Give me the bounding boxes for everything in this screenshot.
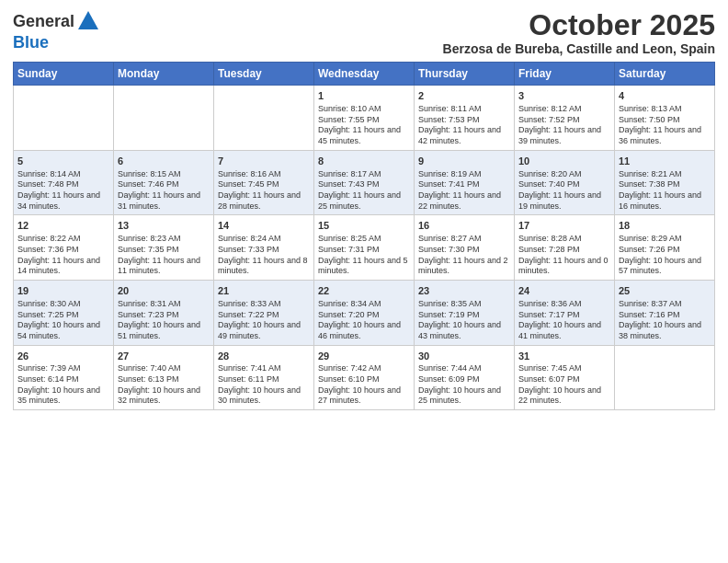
week-row-4: 19Sunrise: 8:30 AMSunset: 7:25 PMDayligh…	[14, 280, 715, 345]
day-info: Sunrise: 8:29 AMSunset: 7:26 PMDaylight:…	[619, 234, 711, 277]
calendar-cell: 17Sunrise: 8:28 AMSunset: 7:28 PMDayligh…	[515, 215, 615, 281]
calendar-cell: 13Sunrise: 8:23 AMSunset: 7:35 PMDayligh…	[114, 215, 214, 281]
day-info: Sunrise: 8:14 AMSunset: 7:48 PMDaylight:…	[17, 169, 109, 213]
day-number: 16	[418, 219, 510, 233]
weekday-header-friday: Friday	[515, 63, 615, 86]
day-number: 5	[17, 155, 109, 168]
day-info: Sunrise: 8:35 AMSunset: 7:19 PMDaylight:…	[418, 299, 510, 342]
day-number: 30	[418, 350, 510, 363]
week-row-3: 12Sunrise: 8:22 AMSunset: 7:36 PMDayligh…	[14, 215, 715, 281]
logo-general: General	[13, 12, 74, 31]
day-info: Sunrise: 8:21 AMSunset: 7:38 PMDaylight:…	[619, 169, 711, 213]
calendar-cell: 23Sunrise: 8:35 AMSunset: 7:19 PMDayligh…	[415, 280, 515, 345]
day-number: 10	[518, 155, 610, 168]
day-number: 6	[118, 155, 210, 168]
calendar-cell	[14, 86, 114, 151]
calendar-cell: 24Sunrise: 8:36 AMSunset: 7:17 PMDayligh…	[515, 280, 615, 345]
calendar-cell: 4Sunrise: 8:13 AMSunset: 7:50 PMDaylight…	[615, 86, 715, 151]
calendar-cell: 12Sunrise: 8:22 AMSunset: 7:36 PMDayligh…	[14, 215, 114, 281]
location-title: Berzosa de Bureba, Castille and Leon, Sp…	[443, 41, 715, 56]
day-info: Sunrise: 7:45 AMSunset: 6:07 PMDaylight:…	[518, 363, 610, 407]
week-row-1: 1Sunrise: 8:10 AMSunset: 7:55 PMDaylight…	[14, 86, 715, 151]
svg-marker-0	[78, 11, 98, 29]
calendar-cell: 14Sunrise: 8:24 AMSunset: 7:33 PMDayligh…	[214, 215, 314, 281]
calendar-cell: 22Sunrise: 8:34 AMSunset: 7:20 PMDayligh…	[314, 280, 415, 345]
day-number: 3	[518, 89, 610, 103]
week-row-5: 26Sunrise: 7:39 AMSunset: 6:14 PMDayligh…	[14, 345, 715, 410]
day-info: Sunrise: 8:27 AMSunset: 7:30 PMDaylight:…	[418, 234, 510, 277]
day-number: 9	[418, 155, 510, 168]
calendar-cell: 15Sunrise: 8:25 AMSunset: 7:31 PMDayligh…	[314, 215, 415, 281]
calendar-cell: 25Sunrise: 8:37 AMSunset: 7:16 PMDayligh…	[615, 280, 715, 345]
day-info: Sunrise: 8:31 AMSunset: 7:23 PMDaylight:…	[118, 299, 210, 342]
calendar-cell: 3Sunrise: 8:12 AMSunset: 7:52 PMDaylight…	[515, 86, 615, 151]
calendar-cell: 7Sunrise: 8:16 AMSunset: 7:45 PMDaylight…	[214, 150, 314, 215]
day-number: 8	[318, 155, 410, 168]
calendar-cell: 31Sunrise: 7:45 AMSunset: 6:07 PMDayligh…	[515, 345, 615, 410]
calendar-cell: 8Sunrise: 8:17 AMSunset: 7:43 PMDaylight…	[314, 150, 415, 215]
day-number: 25	[619, 284, 711, 298]
logo: General Blue	[13, 9, 98, 52]
day-info: Sunrise: 8:30 AMSunset: 7:25 PMDaylight:…	[17, 299, 109, 342]
day-number: 7	[218, 155, 310, 168]
weekday-header-row: SundayMondayTuesdayWednesdayThursdayFrid…	[14, 63, 715, 86]
calendar-cell: 16Sunrise: 8:27 AMSunset: 7:30 PMDayligh…	[415, 215, 515, 281]
day-info: Sunrise: 7:44 AMSunset: 6:09 PMDaylight:…	[418, 363, 510, 407]
weekday-header-tuesday: Tuesday	[214, 63, 314, 86]
calendar-cell: 1Sunrise: 8:10 AMSunset: 7:55 PMDaylight…	[314, 86, 415, 151]
day-info: Sunrise: 8:10 AMSunset: 7:55 PMDaylight:…	[318, 104, 410, 147]
day-number: 21	[218, 284, 310, 298]
day-info: Sunrise: 8:17 AMSunset: 7:43 PMDaylight:…	[318, 169, 410, 213]
day-number: 2	[418, 89, 510, 103]
calendar-cell	[114, 86, 214, 151]
day-number: 18	[619, 219, 711, 233]
day-number: 14	[218, 219, 310, 233]
day-info: Sunrise: 8:11 AMSunset: 7:53 PMDaylight:…	[418, 104, 510, 147]
month-title: October 2025	[443, 9, 715, 41]
calendar-cell: 2Sunrise: 8:11 AMSunset: 7:53 PMDaylight…	[415, 86, 515, 151]
calendar-cell: 30Sunrise: 7:44 AMSunset: 6:09 PMDayligh…	[415, 345, 515, 410]
day-number: 11	[619, 155, 711, 168]
title-block: October 2025 Berzosa de Bureba, Castille…	[443, 9, 715, 56]
day-number: 1	[318, 89, 410, 103]
weekday-header-saturday: Saturday	[615, 63, 715, 86]
day-number: 29	[318, 350, 410, 363]
day-number: 19	[17, 284, 109, 298]
day-info: Sunrise: 8:36 AMSunset: 7:17 PMDaylight:…	[518, 299, 610, 342]
calendar-cell: 6Sunrise: 8:15 AMSunset: 7:46 PMDaylight…	[114, 150, 214, 215]
day-info: Sunrise: 8:19 AMSunset: 7:41 PMDaylight:…	[418, 169, 510, 213]
calendar-cell	[615, 345, 715, 410]
weekday-header-wednesday: Wednesday	[314, 63, 415, 86]
weekday-header-sunday: Sunday	[14, 63, 114, 86]
day-info: Sunrise: 8:22 AMSunset: 7:36 PMDaylight:…	[17, 234, 109, 277]
calendar-cell: 27Sunrise: 7:40 AMSunset: 6:13 PMDayligh…	[114, 345, 214, 410]
day-number: 31	[518, 350, 610, 363]
day-info: Sunrise: 8:28 AMSunset: 7:28 PMDaylight:…	[518, 234, 610, 277]
day-number: 22	[318, 284, 410, 298]
weekday-header-monday: Monday	[114, 63, 214, 86]
day-number: 27	[118, 350, 210, 363]
day-number: 15	[318, 219, 410, 233]
weekday-header-thursday: Thursday	[415, 63, 515, 86]
day-number: 23	[418, 284, 510, 298]
calendar-table: SundayMondayTuesdayWednesdayThursdayFrid…	[13, 62, 715, 410]
calendar-cell: 5Sunrise: 8:14 AMSunset: 7:48 PMDaylight…	[14, 150, 114, 215]
logo-triangle-icon	[76, 9, 98, 33]
day-info: Sunrise: 8:16 AMSunset: 7:45 PMDaylight:…	[218, 169, 310, 213]
calendar-cell: 9Sunrise: 8:19 AMSunset: 7:41 PMDaylight…	[415, 150, 515, 215]
calendar-cell: 21Sunrise: 8:33 AMSunset: 7:22 PMDayligh…	[214, 280, 314, 345]
day-number: 28	[218, 350, 310, 363]
day-info: Sunrise: 8:13 AMSunset: 7:50 PMDaylight:…	[619, 104, 711, 147]
day-info: Sunrise: 8:34 AMSunset: 7:20 PMDaylight:…	[318, 299, 410, 342]
calendar-cell	[214, 86, 314, 151]
day-number: 26	[17, 350, 109, 363]
day-number: 24	[518, 284, 610, 298]
day-info: Sunrise: 7:42 AMSunset: 6:10 PMDaylight:…	[318, 363, 410, 407]
day-number: 20	[118, 284, 210, 298]
header: General Blue October 2025 Berzosa de Bur…	[13, 9, 715, 56]
day-number: 12	[17, 219, 109, 233]
day-info: Sunrise: 7:39 AMSunset: 6:14 PMDaylight:…	[17, 363, 109, 407]
day-info: Sunrise: 7:41 AMSunset: 6:11 PMDaylight:…	[218, 363, 310, 407]
day-info: Sunrise: 8:15 AMSunset: 7:46 PMDaylight:…	[118, 169, 210, 213]
logo-blue: Blue	[13, 33, 49, 52]
